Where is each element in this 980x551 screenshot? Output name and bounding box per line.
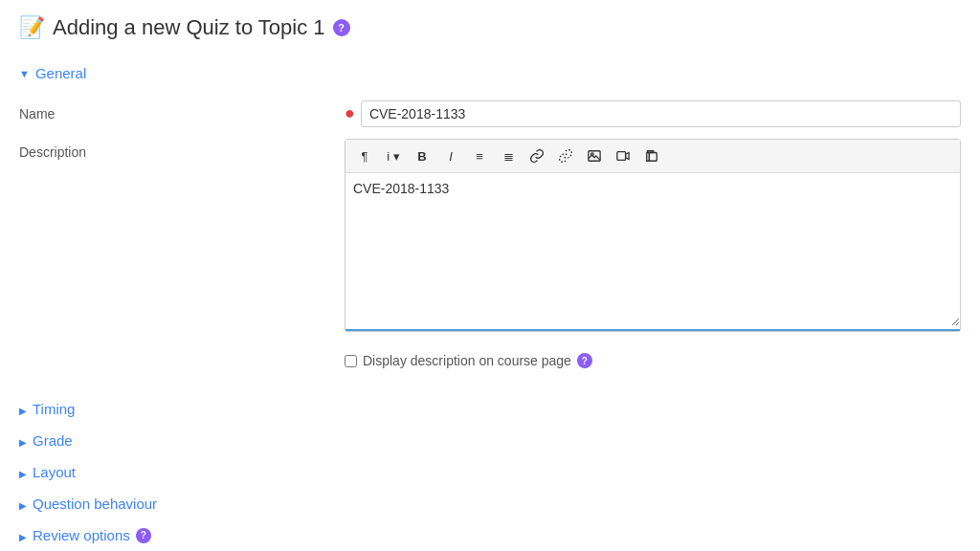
review-options-help-icon[interactable]: ? bbox=[136, 528, 151, 543]
review-options-arrow-icon bbox=[19, 527, 27, 543]
toolbar-paragraph-btn[interactable]: ¶ bbox=[351, 143, 378, 168]
quiz-icon: 📝 bbox=[19, 15, 45, 40]
display-description-row: Display description on course page ? bbox=[19, 338, 961, 378]
timing-arrow-icon bbox=[19, 401, 27, 417]
svg-rect-2 bbox=[617, 152, 626, 161]
general-section-header[interactable]: General bbox=[19, 59, 961, 87]
page-help-icon[interactable]: ? bbox=[333, 19, 350, 36]
description-row: Description ¶ i ▾ B I ≡ ≣ bbox=[19, 133, 961, 338]
layout-section-label: Layout bbox=[33, 464, 76, 480]
general-arrow-icon bbox=[19, 68, 30, 79]
question-behaviour-section-header[interactable]: Question behaviour bbox=[19, 488, 961, 519]
description-label: Description bbox=[19, 139, 345, 160]
page-title-text: Adding a new Quiz to Topic 1 bbox=[53, 15, 325, 40]
grade-section-label: Grade bbox=[33, 432, 73, 449]
display-description-checkbox-label: Display description on course page bbox=[363, 353, 571, 368]
layout-section-header[interactable]: Layout bbox=[19, 456, 961, 488]
toolbar-video-btn[interactable] bbox=[610, 143, 636, 168]
display-description-help-icon[interactable]: ? bbox=[577, 353, 592, 368]
toolbar-info-btn[interactable]: i ▾ bbox=[380, 143, 407, 168]
editor-wrapper: ¶ i ▾ B I ≡ ≣ bbox=[345, 139, 961, 332]
name-control-wrap: ● bbox=[345, 100, 961, 127]
svg-rect-3 bbox=[649, 153, 657, 162]
name-input[interactable] bbox=[361, 100, 961, 127]
description-control-wrap: ¶ i ▾ B I ≡ ≣ bbox=[345, 139, 961, 332]
question-behaviour-arrow-icon bbox=[19, 496, 27, 512]
editor-toolbar: ¶ i ▾ B I ≡ ≣ bbox=[345, 140, 960, 173]
question-behaviour-section-label: Question behaviour bbox=[33, 496, 157, 512]
toolbar-link-btn[interactable] bbox=[523, 143, 550, 168]
review-options-section-header[interactable]: Review options ? bbox=[19, 519, 961, 551]
toolbar-ordered-list-btn[interactable]: ≣ bbox=[495, 143, 522, 168]
name-label: Name bbox=[19, 100, 345, 121]
review-options-section-label: Review options bbox=[33, 527, 130, 543]
page-title: 📝 Adding a new Quiz to Topic 1 ? bbox=[19, 15, 961, 40]
required-icon: ● bbox=[345, 104, 355, 121]
layout-arrow-icon bbox=[19, 464, 27, 480]
timing-section-header[interactable]: Timing bbox=[19, 393, 961, 425]
collapsed-sections: Timing Grade Layout Question behaviour R… bbox=[19, 393, 961, 551]
toolbar-copy-btn[interactable] bbox=[638, 143, 665, 168]
display-checkbox-row: Display description on course page ? bbox=[345, 349, 592, 372]
toolbar-bold-btn[interactable]: B bbox=[409, 143, 435, 168]
timing-section-label: Timing bbox=[33, 401, 75, 417]
toolbar-unordered-list-btn[interactable]: ≡ bbox=[466, 143, 493, 168]
grade-section-header[interactable]: Grade bbox=[19, 425, 961, 456]
toolbar-italic-btn[interactable]: I bbox=[437, 143, 464, 168]
display-description-checkbox[interactable] bbox=[345, 355, 357, 367]
toolbar-image-btn[interactable] bbox=[581, 143, 608, 168]
grade-arrow-icon bbox=[19, 432, 27, 449]
toolbar-unlink-btn[interactable] bbox=[552, 143, 579, 168]
display-description-wrap: Display description on course page ? bbox=[345, 343, 961, 372]
general-section: General Name ● Description ¶ i ▾ B I ≡ ≣ bbox=[19, 59, 961, 378]
description-editor[interactable]: CVE-2018-1133 bbox=[345, 173, 960, 326]
name-row: Name ● bbox=[19, 95, 961, 133]
general-section-label: General bbox=[35, 65, 86, 81]
display-description-label-spacer bbox=[19, 343, 345, 349]
